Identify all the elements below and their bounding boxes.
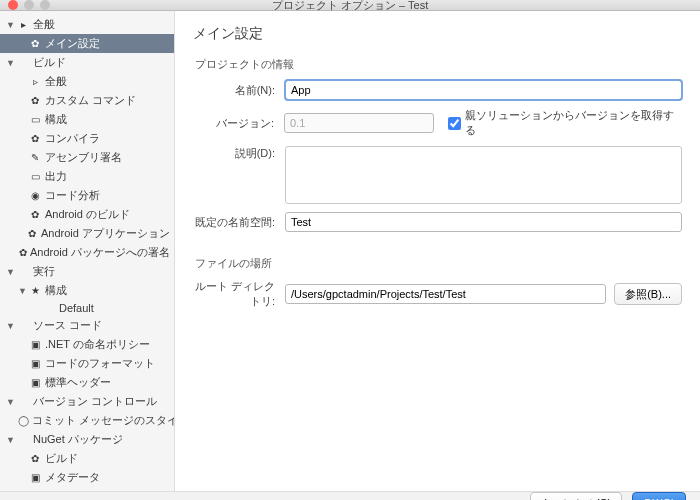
sidebar-item[interactable]: ▭出力: [0, 167, 174, 186]
section-file-location: ファイルの場所: [195, 256, 682, 271]
tree-icon: ▣: [28, 472, 42, 483]
tree-icon: ▣: [28, 377, 42, 388]
tree-icon: ✿: [28, 133, 42, 144]
sidebar-item[interactable]: ▼バージョン コントロール: [0, 392, 174, 411]
cancel-button[interactable]: キャンセル(C): [530, 492, 622, 500]
sidebar-item-label: アセンブリ署名: [45, 150, 122, 165]
inherit-version-checkbox[interactable]: [448, 117, 461, 130]
sidebar-item[interactable]: ▼ビルド: [0, 53, 174, 72]
sidebar-item-label: 全般: [33, 17, 55, 32]
description-field[interactable]: [285, 146, 682, 204]
sidebar-item-label: .NET の命名ポリシー: [45, 337, 150, 352]
name-label: 名前(N):: [193, 83, 285, 98]
tree-icon: ✿: [28, 38, 42, 49]
tree-icon: ◯: [18, 415, 29, 426]
disclosure-icon: ▼: [6, 267, 16, 277]
sidebar-item-label: ソース コード: [33, 318, 102, 333]
browse-button[interactable]: 参照(B)...: [614, 283, 682, 305]
window-title: プロジェクト オプション – Test: [0, 0, 700, 13]
titlebar: プロジェクト オプション – Test: [0, 0, 700, 11]
tree-icon: ◉: [28, 190, 42, 201]
sidebar-item-label: コードのフォーマット: [45, 356, 155, 371]
sidebar-item-label: NuGet パッケージ: [33, 432, 123, 447]
sidebar-item-label: Android アプリケーション: [41, 226, 170, 241]
sidebar-item[interactable]: ▣メタデータ: [0, 468, 174, 487]
sidebar-item[interactable]: ✿コンパイラ: [0, 129, 174, 148]
sidebar-item[interactable]: ✎アセンブリ署名: [0, 148, 174, 167]
inherit-version-label: 親ソリューションからバージョンを取得する: [465, 108, 682, 138]
disclosure-icon: ▼: [6, 397, 16, 407]
sidebar-item-label: コード分析: [45, 188, 100, 203]
sidebar: ▼▸全般✿メイン設定▼ビルド▹全般✿カスタム コマンド▭構成✿コンパイラ✎アセン…: [0, 11, 175, 491]
tree-icon: ▸: [16, 19, 30, 30]
tree-icon: ✿: [26, 228, 38, 239]
sidebar-item[interactable]: ▼▸全般: [0, 15, 174, 34]
sidebar-item-label: 出力: [45, 169, 67, 184]
sidebar-item-label: 全般: [45, 74, 67, 89]
tree-icon: ▭: [28, 171, 42, 182]
namespace-field[interactable]: [285, 212, 682, 232]
sidebar-item[interactable]: ✿Android のビルド: [0, 205, 174, 224]
sidebar-item-label: コミット メッセージのスタイル: [32, 413, 175, 428]
tree-icon: ▣: [28, 358, 42, 369]
sidebar-item-label: ビルド: [33, 55, 66, 70]
sidebar-item[interactable]: ✿Android パッケージへの署名: [0, 243, 174, 262]
sidebar-item[interactable]: ▣標準ヘッダー: [0, 373, 174, 392]
description-label: 説明(D):: [193, 146, 285, 161]
tree-icon: ✿: [19, 247, 27, 258]
disclosure-icon: ▼: [6, 58, 16, 68]
sidebar-item[interactable]: ▣コードのフォーマット: [0, 354, 174, 373]
sidebar-item[interactable]: ✿Android アプリケーション: [0, 224, 174, 243]
sidebar-item[interactable]: ▼NuGet パッケージ: [0, 430, 174, 449]
version-field: [284, 113, 434, 133]
tree-icon: ✿: [28, 209, 42, 220]
sidebar-item-label: コンパイラ: [45, 131, 100, 146]
disclosure-icon: ▼: [18, 286, 28, 296]
tree-icon: ▭: [28, 114, 42, 125]
sidebar-item[interactable]: ◯コミット メッセージのスタイル: [0, 411, 174, 430]
sidebar-item-label: Android パッケージへの署名: [30, 245, 170, 260]
root-dir-field[interactable]: [285, 284, 606, 304]
sidebar-item-label: Default: [59, 302, 94, 314]
disclosure-icon: ▼: [6, 321, 16, 331]
ok-button[interactable]: OK(O): [632, 492, 686, 500]
sidebar-item[interactable]: ✿カスタム コマンド: [0, 91, 174, 110]
disclosure-icon: ▼: [6, 20, 16, 30]
page-title: メイン設定: [193, 25, 682, 43]
sidebar-item[interactable]: ▭構成: [0, 110, 174, 129]
sidebar-item[interactable]: ✿メイン設定: [0, 34, 174, 53]
content-panel: メイン設定 プロジェクトの情報 名前(N): バージョン: 親ソリューションから…: [175, 11, 700, 491]
sidebar-item-label: 標準ヘッダー: [45, 375, 111, 390]
tree-icon: ▹: [28, 76, 42, 87]
name-field[interactable]: [285, 80, 682, 100]
tree-icon: ✿: [28, 95, 42, 106]
disclosure-icon: ▼: [6, 435, 16, 445]
sidebar-item-label: メタデータ: [45, 470, 100, 485]
tree-icon: ▣: [28, 339, 42, 350]
version-label: バージョン:: [193, 116, 284, 131]
sidebar-item[interactable]: ▣.NET の命名ポリシー: [0, 335, 174, 354]
sidebar-item-label: ビルド: [45, 451, 78, 466]
sidebar-item-label: 構成: [45, 283, 67, 298]
sidebar-item[interactable]: ✿ビルド: [0, 449, 174, 468]
sidebar-item-label: バージョン コントロール: [33, 394, 157, 409]
sidebar-item[interactable]: ▼★構成: [0, 281, 174, 300]
section-project-info: プロジェクトの情報: [195, 57, 682, 72]
tree-icon: ✎: [28, 152, 42, 163]
sidebar-item-label: メイン設定: [45, 36, 100, 51]
namespace-label: 既定の名前空間:: [193, 215, 285, 230]
dialog-footer: キャンセル(C) OK(O): [0, 491, 700, 500]
sidebar-item-label: Android のビルド: [45, 207, 130, 222]
sidebar-item[interactable]: ◉コード分析: [0, 186, 174, 205]
tree-icon: ★: [28, 285, 42, 296]
root-dir-label: ルート ディレクトリ:: [193, 279, 285, 309]
tree-icon: ✿: [28, 453, 42, 464]
sidebar-item-label: カスタム コマンド: [45, 93, 136, 108]
sidebar-item-label: 構成: [45, 112, 67, 127]
sidebar-item[interactable]: ▹全般: [0, 72, 174, 91]
sidebar-item[interactable]: Default: [0, 300, 174, 316]
sidebar-item-label: 実行: [33, 264, 55, 279]
sidebar-item[interactable]: ▼ソース コード: [0, 316, 174, 335]
sidebar-item[interactable]: ▼実行: [0, 262, 174, 281]
